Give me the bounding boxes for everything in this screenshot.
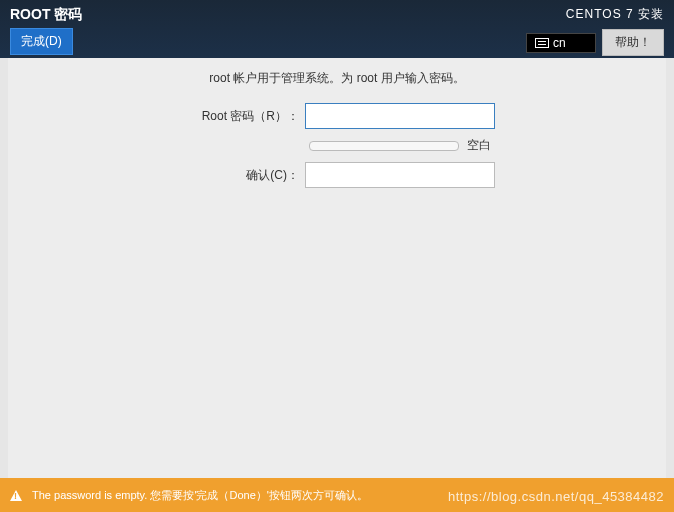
watermark: https://blog.csdn.net/qq_45384482 bbox=[448, 489, 664, 504]
password-form: Root 密码（R）： 空白 确认(C)： bbox=[8, 103, 666, 188]
installer-title: CENTOS 7 安装 bbox=[566, 6, 664, 23]
lang-code: cn bbox=[553, 36, 566, 50]
page-title: ROOT 密码 bbox=[10, 6, 82, 24]
header-bar: ROOT 密码 完成(D) CENTOS 7 安装 cn 帮助！ bbox=[0, 0, 674, 58]
root-password-input[interactable] bbox=[305, 103, 495, 129]
header-controls: cn 帮助！ bbox=[526, 29, 664, 56]
password-label: Root 密码（R）： bbox=[179, 108, 299, 125]
strength-label: 空白 bbox=[467, 137, 491, 154]
header-right: CENTOS 7 安装 cn 帮助！ bbox=[526, 6, 664, 56]
help-button[interactable]: 帮助！ bbox=[602, 29, 664, 56]
strength-row: 空白 bbox=[309, 137, 491, 154]
password-strength-meter bbox=[309, 141, 459, 151]
confirm-label: 确认(C)： bbox=[179, 167, 299, 184]
warning-icon bbox=[10, 490, 22, 501]
password-row: Root 密码（R）： bbox=[179, 103, 495, 129]
confirm-password-input[interactable] bbox=[305, 162, 495, 188]
done-button[interactable]: 完成(D) bbox=[10, 28, 73, 55]
instruction-text: root 帐户用于管理系统。为 root 用户输入密码。 bbox=[8, 70, 666, 87]
warning-text: The password is empty. 您需要按'完成（Done）'按钮两… bbox=[32, 488, 368, 503]
content-area: root 帐户用于管理系统。为 root 用户输入密码。 Root 密码（R）：… bbox=[8, 58, 666, 478]
keyboard-icon bbox=[535, 38, 549, 48]
keyboard-layout-selector[interactable]: cn bbox=[526, 33, 596, 53]
warning-bar: The password is empty. 您需要按'完成（Done）'按钮两… bbox=[0, 478, 674, 512]
confirm-row: 确认(C)： bbox=[179, 162, 495, 188]
header-left: ROOT 密码 完成(D) bbox=[10, 6, 82, 55]
